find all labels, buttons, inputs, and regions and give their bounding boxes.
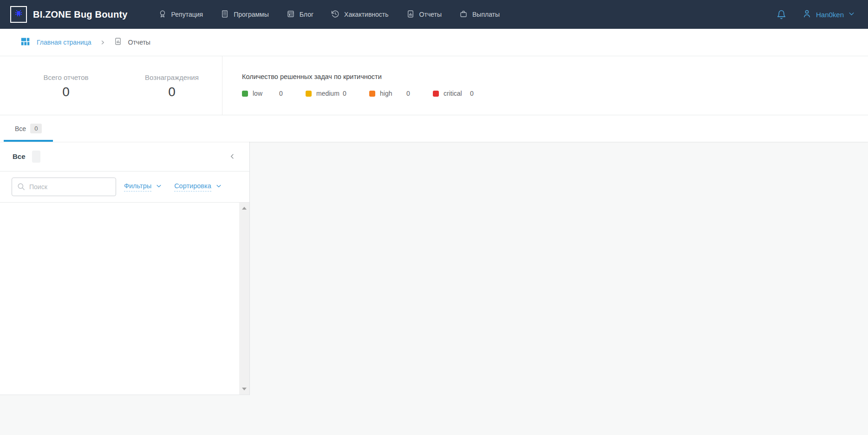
nav-item-reports[interactable]: Отчеты xyxy=(406,10,442,20)
scroll-down-arrow-icon[interactable] xyxy=(242,388,247,390)
nav-label: Программы xyxy=(234,11,269,18)
panel-title: Все xyxy=(13,152,26,160)
scroll-up-arrow-icon[interactable] xyxy=(242,207,247,210)
legend-label: medium xyxy=(316,90,343,97)
search-input[interactable] xyxy=(12,178,116,196)
panel-scrollbar[interactable] xyxy=(239,203,249,395)
nav-item-blog[interactable]: Блог xyxy=(287,10,313,20)
chevron-down-icon xyxy=(156,183,162,191)
high-color-swatch xyxy=(369,91,375,97)
search-box xyxy=(12,178,116,196)
nav-item-payouts[interactable]: Выплаты xyxy=(459,10,500,20)
nav-item-reputation[interactable]: Репутация xyxy=(158,10,203,20)
severity-legend: low 0 medium 0 high 0 critical 0 xyxy=(242,90,868,97)
legend-count: 0 xyxy=(343,90,346,97)
breadcrumb-home-label: Главная страница xyxy=(37,39,91,46)
filter-row: Фильтры Сортировка xyxy=(0,171,249,203)
legend-item-medium: medium 0 xyxy=(306,90,369,97)
breadcrumb-current: Отчеты xyxy=(114,37,150,47)
medal-icon xyxy=(158,10,167,20)
sort-dropdown[interactable]: Сортировка xyxy=(174,182,222,191)
stat-label: Всего отчетов xyxy=(10,73,122,81)
stat-value: 0 xyxy=(10,85,122,99)
sort-label: Сортировка xyxy=(174,182,211,191)
reports-list-empty xyxy=(0,203,249,395)
tab-all[interactable]: Все 0 xyxy=(4,115,53,142)
legend-label: critical xyxy=(444,90,470,97)
medium-color-swatch xyxy=(306,91,312,97)
user-icon xyxy=(802,9,812,20)
low-color-swatch xyxy=(242,91,248,97)
breadcrumb: Главная страница Отчеты xyxy=(0,29,868,56)
stats-strip: Всего отчетов 0 Вознаграждения 0 Количес… xyxy=(0,56,868,115)
breadcrumb-current-label: Отчеты xyxy=(128,39,150,46)
severity-summary: Количество решенных задач по критичности… xyxy=(222,56,868,115)
blog-icon xyxy=(287,10,295,20)
reports-tabbar: Все 0 xyxy=(0,115,868,142)
stat-total-reports: Всего отчетов 0 xyxy=(10,56,122,115)
notifications-bell-icon[interactable] xyxy=(777,10,786,20)
legend-count: 0 xyxy=(470,90,474,97)
building-icon xyxy=(221,10,229,20)
briefcase-icon xyxy=(459,10,468,20)
legend-count: 0 xyxy=(406,90,410,97)
collapse-panel-button[interactable] xyxy=(228,152,236,160)
workspace: Все Фильтры xyxy=(0,142,868,395)
main-nav: Репутация Программы xyxy=(158,10,500,20)
legend-label: low xyxy=(253,90,279,97)
bizone-logo[interactable] xyxy=(10,6,27,23)
chevron-down-icon xyxy=(215,183,222,191)
legend-item-high: high 0 xyxy=(369,90,433,97)
nav-item-hackactivity[interactable]: Хакактивность xyxy=(331,10,389,20)
report-icon xyxy=(406,10,415,20)
nav-label: Выплаты xyxy=(472,11,500,18)
legend-item-critical: critical 0 xyxy=(433,90,496,97)
bug-icon xyxy=(14,9,23,20)
topbar-right: Han0ken xyxy=(777,9,855,20)
stat-rewards: Вознаграждения 0 xyxy=(122,56,222,115)
user-menu[interactable]: Han0ken xyxy=(802,9,855,20)
chevron-down-icon xyxy=(848,10,855,19)
active-tab-indicator xyxy=(4,140,53,142)
nav-label: Хакактивность xyxy=(344,11,389,18)
chevron-right-icon xyxy=(100,40,105,45)
breadcrumb-home-link[interactable]: Главная страница xyxy=(20,37,91,48)
critical-color-swatch xyxy=(433,91,439,97)
nav-item-programs[interactable]: Программы xyxy=(221,10,269,20)
panel-count-badge xyxy=(32,151,40,163)
legend-count: 0 xyxy=(279,90,283,97)
filters-label: Фильтры xyxy=(124,182,151,191)
nav-label: Блог xyxy=(300,11,313,18)
stat-label: Вознаграждения xyxy=(122,73,222,81)
top-navigation-bar: BI.ZONE Bug Bounty Репутация xyxy=(0,0,868,29)
tab-count-badge: 0 xyxy=(30,124,42,133)
nav-label: Репутация xyxy=(171,11,203,18)
stat-value: 0 xyxy=(122,85,222,99)
nav-label: Отчеты xyxy=(419,11,442,18)
tab-label: Все xyxy=(15,125,26,132)
legend-item-low: low 0 xyxy=(242,90,306,97)
reports-list-panel: Все Фильтры xyxy=(0,142,250,395)
filters-dropdown[interactable]: Фильтры xyxy=(124,182,162,191)
panel-header: Все xyxy=(0,142,249,171)
severity-title: Количество решенных задач по критичности xyxy=(242,73,868,80)
history-icon xyxy=(331,10,339,20)
dashboard-grid-icon xyxy=(20,37,30,48)
legend-label: high xyxy=(380,90,406,97)
report-doc-icon xyxy=(114,37,122,47)
username: Han0ken xyxy=(816,11,844,19)
brand-title: BI.ZONE Bug Bounty xyxy=(33,9,128,20)
